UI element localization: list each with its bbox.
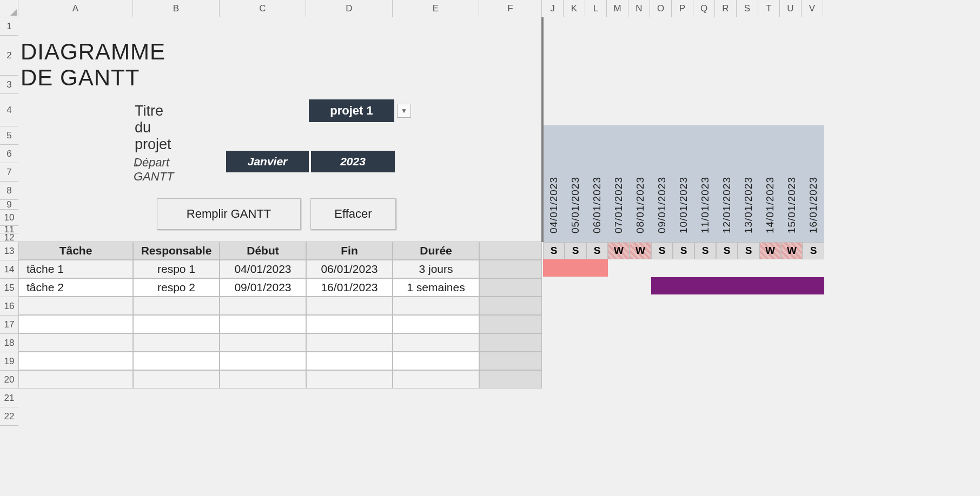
table-cell[interactable]: respo 2 xyxy=(133,278,220,297)
gantt-date: 08/01/2023 xyxy=(630,125,651,242)
row-header-6[interactable]: 6 xyxy=(0,145,18,163)
row-header-5[interactable]: 5 xyxy=(0,126,18,145)
table-cell[interactable] xyxy=(393,352,479,370)
row-header-4[interactable]: 4 xyxy=(0,94,18,126)
row-header-20[interactable]: 20 xyxy=(0,371,18,389)
gantt-date-header: 04/01/202305/01/202306/01/202307/01/2023… xyxy=(543,125,824,242)
row-header-21[interactable]: 21 xyxy=(0,389,18,407)
table-cell[interactable] xyxy=(479,352,542,370)
table-cell[interactable] xyxy=(306,333,393,352)
gantt-daytype-cell: S xyxy=(543,242,565,259)
table-cell[interactable]: respo 1 xyxy=(133,260,220,278)
column-headers: ABCDEFJKLMNOPQRSTUV xyxy=(18,0,823,17)
gantt-daytype-cell: W xyxy=(608,242,630,259)
table-cell[interactable] xyxy=(220,315,306,333)
project-select-value[interactable]: projet 1 xyxy=(309,99,394,122)
column-header-A[interactable]: A xyxy=(18,0,133,17)
table-cell[interactable] xyxy=(479,370,542,388)
row-header-18[interactable]: 18 xyxy=(0,334,18,352)
table-cell[interactable]: tâche 2 xyxy=(18,278,133,297)
column-header-E[interactable]: E xyxy=(393,0,479,17)
column-header-F[interactable]: F xyxy=(479,0,542,17)
fill-gantt-button[interactable]: Remplir GANTT xyxy=(157,198,301,230)
table-cell[interactable] xyxy=(18,352,133,370)
table-cell[interactable] xyxy=(133,315,220,333)
column-header-B[interactable]: B xyxy=(133,0,220,17)
project-dropdown-button[interactable]: ▼ xyxy=(397,104,411,118)
clear-button[interactable]: Effacer xyxy=(310,198,396,230)
column-header-T[interactable]: T xyxy=(758,0,780,17)
row-header-14[interactable]: 14 xyxy=(0,260,18,279)
row-header-1[interactable]: 1 xyxy=(0,17,18,36)
table-cell[interactable] xyxy=(133,297,220,315)
table-cell[interactable] xyxy=(306,370,393,388)
table-cell[interactable]: 1 semaines xyxy=(393,278,479,297)
column-header-K[interactable]: K xyxy=(564,0,585,17)
row-header-17[interactable]: 17 xyxy=(0,316,18,334)
table-cell[interactable] xyxy=(18,297,133,315)
gantt-start-year[interactable]: 2023 xyxy=(311,151,395,172)
table-cell[interactable] xyxy=(220,297,306,315)
row-header-15[interactable]: 15 xyxy=(0,279,18,297)
gantt-date: 12/01/2023 xyxy=(716,125,738,242)
row-header-13[interactable]: 13 xyxy=(0,242,18,260)
column-header-V[interactable]: V xyxy=(802,0,823,17)
table-cell[interactable] xyxy=(306,297,393,315)
row-header-22[interactable]: 22 xyxy=(0,407,18,426)
column-header-P[interactable]: P xyxy=(672,0,693,17)
column-header-L[interactable]: L xyxy=(585,0,607,17)
gantt-date: 15/01/2023 xyxy=(781,125,803,242)
table-cell[interactable]: 3 jours xyxy=(393,260,479,278)
table-cell[interactable] xyxy=(479,315,542,333)
column-header-U[interactable]: U xyxy=(780,0,802,17)
table-cell[interactable]: 04/01/2023 xyxy=(220,260,306,278)
table-cell[interactable] xyxy=(479,278,542,297)
table-cell[interactable] xyxy=(393,297,479,315)
table-cell[interactable] xyxy=(220,352,306,370)
select-all-corner[interactable] xyxy=(0,0,18,17)
table-cell[interactable]: 09/01/2023 xyxy=(220,278,306,297)
table-cell[interactable] xyxy=(18,315,133,333)
column-header-O[interactable]: O xyxy=(650,0,672,17)
column-header-C[interactable]: C xyxy=(220,0,306,17)
gantt-start-month[interactable]: Janvier xyxy=(226,151,310,172)
table-cell[interactable] xyxy=(133,352,220,370)
gantt-bar-task2 xyxy=(651,277,824,294)
column-header-N[interactable]: N xyxy=(628,0,650,17)
table-cell[interactable] xyxy=(220,333,306,352)
table-cell[interactable] xyxy=(133,333,220,352)
row-header-16[interactable]: 16 xyxy=(0,297,18,316)
table-cell[interactable] xyxy=(393,333,479,352)
table-cell[interactable] xyxy=(479,333,542,352)
table-cell[interactable] xyxy=(18,370,133,388)
row-header-19[interactable]: 19 xyxy=(0,352,18,371)
row-header-10[interactable]: 10 xyxy=(0,210,18,226)
row-header-9[interactable]: 9 xyxy=(0,200,18,210)
table-cell[interactable] xyxy=(393,315,479,333)
table-cell[interactable] xyxy=(133,370,220,388)
gantt-daytype-row: SSSWWSSSSSWWS xyxy=(543,242,824,259)
table-cell[interactable] xyxy=(306,315,393,333)
column-header-M[interactable]: M xyxy=(607,0,628,17)
column-header-S[interactable]: S xyxy=(737,0,758,17)
table-cell[interactable] xyxy=(479,297,542,315)
table-cell[interactable]: tâche 1 xyxy=(18,260,133,278)
table-cell[interactable] xyxy=(393,370,479,388)
gantt-date: 10/01/2023 xyxy=(673,125,694,242)
column-header-D[interactable]: D xyxy=(306,0,393,17)
table-cell[interactable] xyxy=(479,260,542,278)
column-header-Q[interactable]: Q xyxy=(693,0,715,17)
table-cell[interactable] xyxy=(306,352,393,370)
row-header-12[interactable]: 12 xyxy=(0,233,18,242)
row-header-3[interactable]: 3 xyxy=(0,76,18,94)
row-header-7[interactable]: 7 xyxy=(0,163,18,182)
table-cell[interactable]: 16/01/2023 xyxy=(306,278,393,297)
chevron-down-icon: ▼ xyxy=(401,107,407,115)
row-header-2[interactable]: 2 xyxy=(0,36,18,76)
column-header-J[interactable]: J xyxy=(542,0,564,17)
row-header-8[interactable]: 8 xyxy=(0,182,18,200)
table-cell[interactable] xyxy=(220,370,306,388)
table-cell[interactable] xyxy=(18,333,133,352)
table-cell[interactable]: 06/01/2023 xyxy=(306,260,393,278)
column-header-R[interactable]: R xyxy=(715,0,737,17)
